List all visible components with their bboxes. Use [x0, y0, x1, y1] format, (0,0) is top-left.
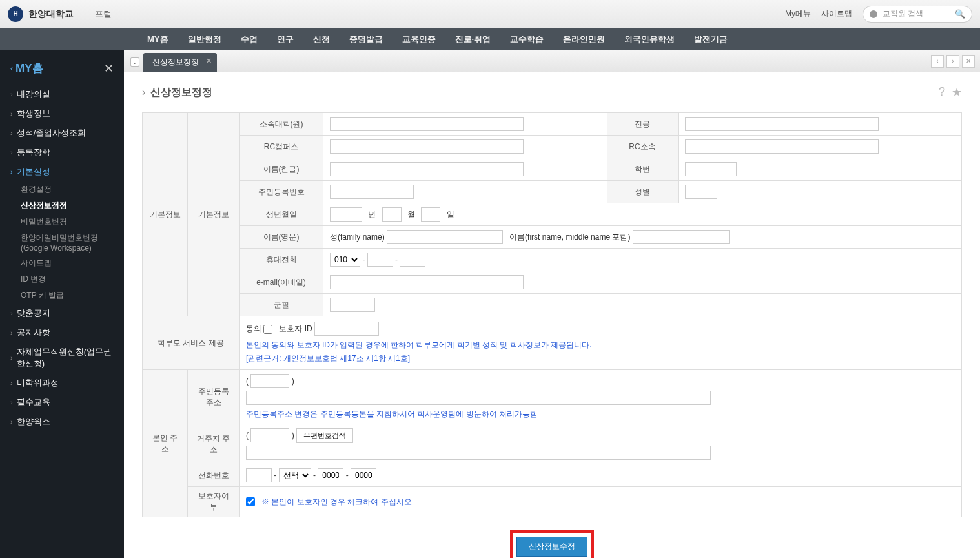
input-res-zip[interactable]: [250, 428, 289, 442]
label-month: 월: [407, 210, 415, 219]
main-nav: MY홈 일반행정 수업 연구 신청 증명발급 교육인증 진로·취업 교수학습 온…: [0, 28, 980, 50]
input-guardian-id[interactable]: [314, 322, 379, 336]
label-gender: 성별: [607, 181, 678, 203]
label-email: e-mail(이메일): [240, 271, 323, 294]
section-basic: 기본정보: [143, 113, 188, 316]
sidebar-sub-idchange[interactable]: ID 변경: [0, 271, 124, 287]
label-birth: 생년월일: [240, 203, 323, 226]
nav-apply[interactable]: 신청: [313, 34, 330, 45]
sidebar-item-myclass[interactable]: 내강의실: [0, 85, 124, 104]
staff-search-box[interactable]: 교직원 검색 🔍: [863, 6, 972, 23]
sidebar-close-icon[interactable]: ✕: [104, 61, 114, 76]
nav-intl[interactable]: 외국인유학생: [624, 34, 675, 45]
sidebar-item-staffreq[interactable]: 자체업무직원신청(업무권한신청): [0, 342, 124, 373]
tab-prev-button[interactable]: ‹: [931, 55, 944, 68]
sidebar-item-notice[interactable]: 공지사항: [0, 323, 124, 342]
label-first-name: 이름(first name, middle name 포함): [509, 232, 630, 242]
section-address: 본인 주소: [143, 370, 188, 517]
tab-closeall-button[interactable]: ✕: [962, 55, 975, 68]
input-rrn-addr[interactable]: [246, 391, 711, 405]
submit-button[interactable]: 신상정보수정: [516, 537, 587, 557]
tab-nav-controls: ‹ › ✕: [931, 50, 980, 72]
input-name-kr[interactable]: [330, 162, 524, 176]
input-birth-year[interactable]: [330, 207, 362, 222]
input-tel-2[interactable]: [318, 468, 343, 482]
top-link-mymenu[interactable]: My메뉴: [785, 8, 811, 19]
input-phone-mid[interactable]: [367, 253, 393, 267]
sidebar-item-studentinfo[interactable]: 학생정보: [0, 104, 124, 123]
label-consent: 동의: [246, 324, 261, 333]
label-guardian-yn: 보호자여부: [188, 487, 240, 517]
input-major[interactable]: [685, 117, 879, 131]
note-parent-1: 본인의 동의와 보호자 ID가 입력된 경우에 한하여 학부모에게 학기별 성적…: [246, 340, 955, 351]
input-family-name[interactable]: [387, 230, 503, 244]
input-rrn-zip[interactable]: [250, 374, 289, 388]
nav-research[interactable]: 연구: [277, 34, 294, 45]
nav-fund[interactable]: 발전기금: [694, 34, 728, 45]
input-college[interactable]: [330, 117, 524, 131]
input-studentno[interactable]: [685, 162, 737, 176]
sidebar-header: ‹ MY홈 ✕: [0, 58, 124, 85]
nav-admin[interactable]: 일반행정: [188, 34, 221, 45]
input-tel-1[interactable]: [246, 468, 272, 482]
tab-close-icon[interactable]: ✕: [206, 57, 212, 65]
nav-edu[interactable]: 교육인증: [402, 34, 436, 45]
label-family-name: 성(family name): [330, 232, 385, 242]
sidebar-sub-mailpwd[interactable]: 한양메일비밀번호변경(Google Workspace): [0, 230, 124, 255]
nav-myhome[interactable]: MY홈: [147, 34, 168, 45]
sidebar-sub-env[interactable]: 환경설정: [0, 181, 124, 198]
label-phone-no: 전화번호: [188, 464, 240, 487]
section-basic-sub: 기본정보: [188, 113, 240, 316]
input-first-name[interactable]: [633, 230, 730, 244]
nav-career[interactable]: 진로·취업: [455, 34, 491, 45]
sidebar-sub-otp[interactable]: OTP 키 발급: [0, 287, 124, 304]
label-military: 군필: [240, 294, 323, 316]
note-parent-2: [관련근거: 개인정보보호법 제17조 제1항 제1호]: [246, 353, 955, 364]
submit-area: 신상정보수정: [142, 517, 962, 558]
label-rrn: 주민등록번호: [240, 181, 323, 203]
search-icon[interactable]: 🔍: [955, 9, 965, 19]
sidebar-item-notice-custom[interactable]: 맞춤공지: [0, 304, 124, 323]
sidebar-sub-pwd[interactable]: 비밀번호변경: [0, 214, 124, 230]
help-icon[interactable]: ?: [939, 85, 945, 99]
input-military[interactable]: [330, 298, 375, 312]
nav-class[interactable]: 수업: [241, 34, 258, 45]
label-name-kr: 이름(한글): [240, 158, 323, 181]
tab-collapse-button[interactable]: ⌄: [130, 57, 139, 67]
nav-teaching[interactable]: 교수학습: [510, 34, 544, 45]
input-rrn[interactable]: [330, 185, 414, 199]
input-res-addr[interactable]: [246, 446, 711, 460]
logo-text: 한양대학교: [28, 8, 74, 20]
sidebar-item-mandatory[interactable]: 필수교육: [0, 393, 124, 412]
search-placeholder: 교직원 검색: [883, 8, 923, 19]
input-gender[interactable]: [685, 185, 717, 199]
search-toggle-icon: [870, 10, 877, 18]
sidebar-item-nondegree[interactable]: 비학위과정: [0, 373, 124, 393]
sidebar-sub-personal[interactable]: 신상정보정정: [0, 198, 124, 214]
sidebar-item-settings[interactable]: 기본설정: [0, 162, 124, 181]
sidebar-sub-sitemap[interactable]: 사이트맵: [0, 255, 124, 271]
tab-personal-info[interactable]: 신상정보정정 ✕: [143, 53, 217, 72]
label-residence: 거주지 주소: [188, 424, 240, 464]
sidebar-item-hanyangworks[interactable]: 한양웍스: [0, 412, 124, 431]
checkbox-consent[interactable]: [263, 325, 272, 334]
input-email[interactable]: [330, 275, 524, 289]
select-phone-prefix[interactable]: 010: [330, 253, 360, 267]
checkbox-guardian[interactable]: [246, 497, 255, 506]
nav-online[interactable]: 온라인민원: [563, 34, 605, 45]
sidebar-item-registration[interactable]: 등록장학: [0, 143, 124, 162]
label-rcbelong: RC소속: [607, 136, 678, 158]
select-tel-area[interactable]: 선택: [279, 468, 311, 482]
input-rcbelong[interactable]: [685, 140, 879, 154]
favorite-icon[interactable]: ★: [952, 85, 962, 99]
input-phone-end[interactable]: [400, 253, 425, 267]
tab-next-button[interactable]: ›: [946, 55, 959, 68]
top-link-sitemap[interactable]: 사이트맵: [821, 8, 852, 19]
input-rccampus[interactable]: [330, 140, 524, 154]
input-birth-day[interactable]: [421, 207, 440, 222]
input-birth-month[interactable]: [382, 207, 402, 222]
nav-cert[interactable]: 증명발급: [349, 34, 383, 45]
input-tel-3[interactable]: [351, 468, 376, 482]
sidebar-item-grades[interactable]: 성적/졸업사정조회: [0, 123, 124, 143]
zip-search-button[interactable]: 우편번호검색: [296, 428, 353, 443]
